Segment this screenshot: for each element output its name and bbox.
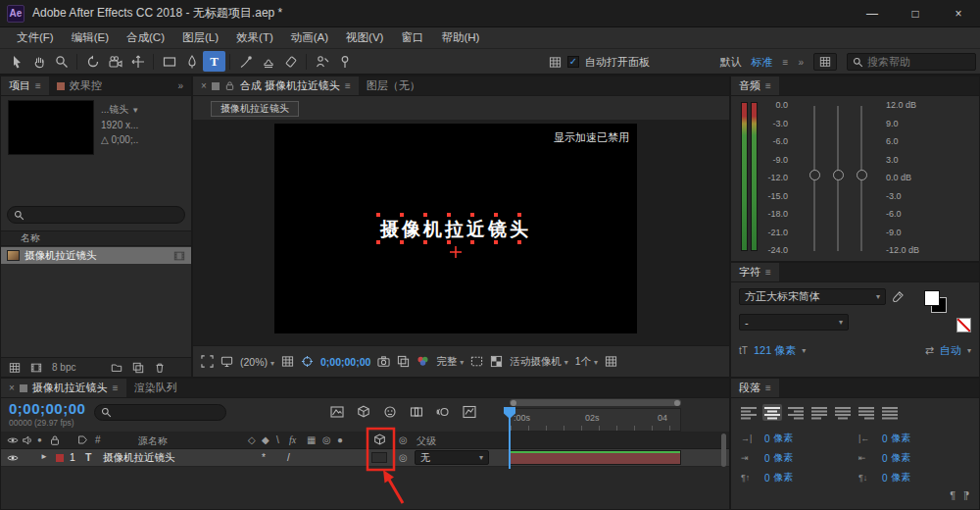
caret-down-icon[interactable]: ▾ (802, 346, 806, 355)
timeline-scrollbar[interactable] (721, 434, 726, 467)
master-gain-knob[interactable] (833, 170, 844, 180)
layer-fx-switch[interactable]: / (287, 452, 290, 463)
hand-tool[interactable] (27, 51, 50, 72)
snapshot-icon[interactable] (377, 355, 390, 368)
justify-all-button[interactable] (880, 404, 900, 421)
new-folder-icon[interactable] (111, 362, 122, 374)
label-column-icon[interactable] (77, 434, 88, 445)
selected-text-layer[interactable]: 摄像机拉近镜头 (380, 217, 531, 242)
lock-column-icon[interactable] (49, 434, 61, 446)
region-of-interest-icon[interactable] (470, 355, 483, 368)
menu-effect[interactable]: 效果(T) (227, 30, 282, 45)
lock-icon[interactable] (224, 80, 235, 91)
source-name-column[interactable]: 源名称 (138, 434, 168, 448)
view-layout-dropdown[interactable]: 1个 ▾ (575, 355, 598, 369)
menu-file[interactable]: 文件(F) (8, 30, 63, 45)
menu-composition[interactable]: 合成(C) (118, 30, 173, 45)
project-search-input[interactable] (28, 208, 178, 223)
tab-effect-controls[interactable]: 效果控 (49, 76, 110, 95)
frame-blending-icon[interactable] (410, 405, 423, 419)
fx-switch-icon[interactable]: fx (289, 434, 296, 445)
left-gain-knob[interactable] (809, 170, 820, 180)
motion-blur-switch-icon[interactable]: ◎ (322, 434, 331, 445)
space-before-field[interactable]: ¶↑ 0 像素 (741, 471, 794, 484)
time-ruler[interactable]: :00s 02s 04 (510, 408, 681, 432)
no-stroke-swatch[interactable] (956, 318, 971, 332)
resolution-dropdown[interactable]: 完整 ▾ (436, 355, 464, 369)
layer-name[interactable]: 摄像机拉近镜头 (103, 451, 175, 465)
workspace-standard[interactable]: 标准 (752, 55, 773, 70)
eye-column-icon[interactable] (7, 434, 19, 446)
panel-menu-icon[interactable]: ≡ (113, 382, 119, 393)
layer-3d-switch[interactable] (371, 452, 387, 463)
indent-left-field[interactable]: →| 0 像素 (741, 432, 794, 445)
project-list-header[interactable]: 名称 (1, 230, 191, 246)
composition-viewer[interactable]: 显示加速已禁用 摄像机拉近镜头 (193, 120, 729, 345)
comp-mini-flowchart-button[interactable]: 摄像机拉近镜头 (211, 101, 299, 117)
footage-caret-icon[interactable]: ▼ (131, 106, 139, 115)
audio-column-icon[interactable] (22, 434, 33, 446)
align-left-button[interactable] (739, 404, 759, 421)
first-line-indent-field[interactable]: ⇥ 0 像素 (741, 451, 794, 465)
close-tab-icon[interactable]: × (9, 382, 15, 393)
transparency-grid-icon[interactable] (490, 355, 503, 368)
brush-tool[interactable] (234, 51, 257, 72)
font-style-select[interactable]: - ▾ (739, 314, 849, 331)
motion-blur-icon[interactable] (436, 405, 450, 419)
proxy-icon[interactable] (30, 362, 42, 374)
tab-timeline-comp[interactable]: × 摄像机拉近镜头 ≡ (1, 379, 126, 397)
auto-open-checkbox[interactable]: ✓ (567, 56, 579, 68)
pan-behind-tool[interactable] (126, 51, 149, 72)
justify-last-right-button[interactable] (857, 404, 876, 421)
mask-target-icon[interactable] (301, 355, 314, 368)
text-selection-handles-bottom[interactable] (376, 240, 535, 244)
ltr-direction-icon[interactable]: ¶ (950, 489, 956, 501)
show-snapshot-icon[interactable] (397, 355, 410, 368)
puppet-pin-tool[interactable] (333, 51, 356, 72)
camera-view-dropdown[interactable]: 活动摄像机 ▾ (510, 355, 567, 369)
caret-down-icon[interactable]: ▾ (967, 346, 971, 355)
graph-editor-icon[interactable] (463, 405, 476, 419)
layer-label-color[interactable] (56, 454, 64, 462)
right-gain-knob[interactable] (857, 170, 867, 180)
comp-flowchart-icon[interactable] (330, 405, 344, 419)
close-tab-icon[interactable]: × (201, 80, 207, 91)
layer-expand-arrow[interactable]: ► (40, 452, 48, 461)
align-center-button[interactable] (762, 404, 782, 421)
layer-duration-bar[interactable] (510, 450, 681, 465)
tab-layer-viewer[interactable]: 图层（无） (359, 76, 428, 95)
shape-tool[interactable] (158, 51, 180, 72)
zoom-level-dropdown[interactable]: (20%) ▾ (240, 356, 274, 368)
menu-edit[interactable]: 编辑(E) (63, 30, 118, 45)
channels-icon[interactable] (416, 355, 429, 368)
tab-composition[interactable]: × 合成 摄像机拉近镜头 ≡ (193, 76, 359, 95)
selection-tool[interactable] (5, 51, 27, 72)
pixel-aspect-icon[interactable] (605, 355, 617, 368)
indent-right-field[interactable]: |← 0 像素 (858, 432, 911, 445)
menu-help[interactable]: 帮助(H) (432, 30, 488, 45)
help-search-input[interactable] (867, 56, 970, 68)
text-selection-handles-top[interactable] (376, 213, 535, 217)
last-line-indent-field[interactable]: ⇤ 0 像素 (858, 451, 911, 465)
panel-menu-icon[interactable]: ≡ (35, 80, 41, 91)
3d-layer-column-icon[interactable] (373, 434, 386, 446)
delete-icon[interactable] (154, 362, 166, 374)
workspace-default[interactable]: 默认 (720, 55, 742, 70)
parent-pickwhip-icon[interactable]: ◎ (399, 434, 408, 445)
pen-tool[interactable] (180, 51, 203, 72)
parent-column-label[interactable]: 父级 (416, 434, 436, 448)
camera-tool[interactable] (104, 51, 126, 72)
interpret-footage-icon[interactable] (9, 362, 21, 374)
timeline-empty-area[interactable] (1, 467, 729, 509)
panel-menu-icon[interactable]: ≡ (765, 80, 771, 91)
workspace-menu-icon[interactable]: ≡ (783, 57, 789, 68)
bit-depth-label[interactable]: 8 bpc (52, 362, 75, 373)
workspace-panel-button[interactable] (813, 53, 837, 71)
tab-character[interactable]: 字符 ≡ (731, 263, 779, 281)
menu-view[interactable]: 视图(V) (337, 30, 392, 45)
justify-last-center-button[interactable] (833, 404, 853, 421)
clone-stamp-tool[interactable] (257, 51, 279, 72)
layer-quality-switch[interactable]: * (262, 452, 266, 463)
eraser-tool[interactable] (279, 51, 302, 72)
footage-preview-thumbnail[interactable] (8, 100, 94, 155)
